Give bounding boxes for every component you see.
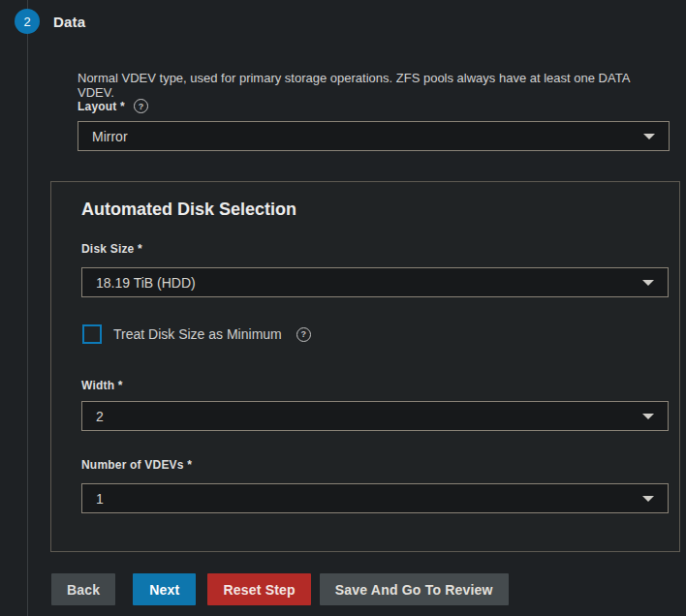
step-number: 2 [23,15,30,29]
step-description: Normal VDEV type, used for primary stora… [78,71,659,100]
automated-disk-selection-card: Automated Disk Selection Disk Size * 18.… [50,181,680,552]
disk-size-select-value: 18.19 TiB (HDD) [96,275,196,291]
number-of-vdevs-select[interactable]: 1 [81,483,669,513]
step-title: Data [53,14,85,30]
number-of-vdevs-select-value: 1 [96,491,104,507]
layout-select-value: Mirror [92,129,128,144]
chevron-down-icon [642,414,654,419]
number-of-vdevs-label: Number of VDEVs * [81,458,192,472]
wizard-buttons-row: Back Next Reset Step Save And Go To Revi… [51,573,509,605]
disk-size-select[interactable]: 18.19 TiB (HDD) [81,267,669,297]
pool-creation-data-step: 2 Data Normal VDEV type, used for primar… [0,0,686,616]
layout-field-label-row: Layout * ? [78,99,148,113]
step-number-badge: 2 [15,9,40,34]
chevron-down-icon [642,280,654,286]
number-of-vdevs-label-row: Number of VDEVs * [81,458,192,472]
step-header-data[interactable]: 2 Data [15,9,85,34]
width-label-row: Width * [81,379,123,392]
next-button[interactable]: Next [133,573,196,605]
treat-disk-size-minimum-label: Treat Disk Size as Minimum [113,326,282,342]
width-label: Width * [81,379,123,392]
treat-disk-size-minimum-checkbox[interactable] [82,324,102,344]
treat-disk-size-minimum-row: Treat Disk Size as Minimum ? [82,324,311,344]
layout-help-icon[interactable]: ? [134,99,148,113]
width-select-value: 2 [96,409,104,424]
layout-select[interactable]: Mirror [78,121,670,151]
chevron-down-icon [643,134,655,139]
reset-step-button[interactable]: Reset Step [207,573,310,605]
chevron-down-icon [642,496,654,502]
treat-disk-size-minimum-help-icon[interactable]: ? [296,327,311,342]
stepper-connector-line [27,0,28,616]
layout-field-label: Layout * [78,100,125,113]
card-title: Automated Disk Selection [81,200,296,220]
save-and-go-to-review-button[interactable]: Save And Go To Review [320,573,509,605]
disk-size-label-row: Disk Size * [81,242,142,256]
width-select[interactable]: 2 [81,401,669,431]
back-button[interactable]: Back [51,573,115,605]
disk-size-label: Disk Size * [81,242,142,256]
